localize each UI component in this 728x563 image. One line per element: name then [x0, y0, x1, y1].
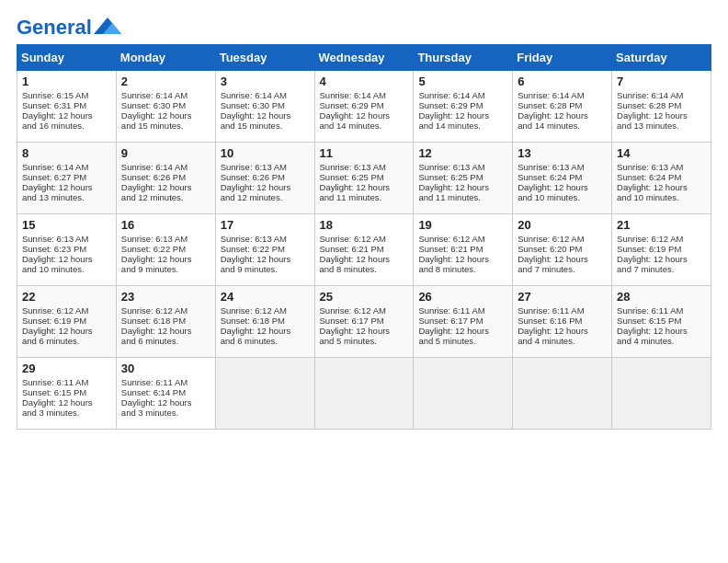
day-info-line: Sunrise: 6:11 AM: [121, 377, 210, 387]
day-info-line: Sunrise: 6:14 AM: [518, 90, 607, 100]
day-info-line: and 10 minutes.: [617, 192, 706, 202]
day-info-line: Daylight: 12 hours: [617, 326, 706, 336]
calendar-cell: 18Sunrise: 6:12 AMSunset: 6:21 PMDayligh…: [314, 214, 414, 286]
day-info-line: Sunrise: 6:12 AM: [22, 305, 111, 316]
day-info-line: Sunset: 6:19 PM: [22, 316, 111, 326]
day-info-line: Sunset: 6:26 PM: [221, 172, 310, 182]
weekday-header-row: SundayMondayTuesdayWednesdayThursdayFrid…: [17, 45, 711, 71]
day-info-line: Sunset: 6:15 PM: [22, 387, 111, 397]
day-info-line: Sunset: 6:25 PM: [320, 172, 409, 182]
day-info-line: and 14 minutes.: [320, 121, 409, 131]
day-info-line: and 7 minutes.: [518, 264, 607, 274]
day-info-line: and 8 minutes.: [418, 264, 507, 274]
calendar-cell: 26Sunrise: 6:11 AMSunset: 6:17 PMDayligh…: [414, 286, 513, 358]
day-info-line: Sunrise: 6:11 AM: [418, 305, 507, 316]
day-number: 27: [518, 290, 607, 304]
day-info-line: Sunset: 6:22 PM: [221, 244, 310, 254]
day-info-line: Sunrise: 6:13 AM: [121, 234, 210, 244]
day-info-line: Daylight: 12 hours: [22, 326, 111, 336]
day-number: 19: [418, 218, 507, 232]
day-info-line: Sunset: 6:16 PM: [518, 316, 607, 326]
calendar-cell: 13Sunrise: 6:13 AMSunset: 6:24 PMDayligh…: [513, 143, 612, 214]
day-number: 5: [418, 75, 507, 88]
day-info-line: Sunrise: 6:14 AM: [418, 90, 507, 100]
day-number: 3: [221, 75, 310, 88]
day-info-line: Sunrise: 6:14 AM: [320, 90, 409, 100]
day-info-line: Sunrise: 6:13 AM: [617, 162, 706, 172]
day-number: 8: [22, 146, 111, 160]
calendar-cell: 10Sunrise: 6:13 AMSunset: 6:26 PMDayligh…: [215, 143, 314, 214]
weekday-header-tuesday: Tuesday: [215, 45, 314, 71]
day-number: 24: [221, 290, 310, 304]
day-info-line: and 13 minutes.: [617, 121, 706, 131]
day-info-line: Sunrise: 6:13 AM: [518, 162, 607, 172]
day-info-line: Sunset: 6:18 PM: [121, 316, 210, 326]
day-info-line: Sunrise: 6:13 AM: [221, 234, 310, 244]
weekday-header-saturday: Saturday: [612, 45, 711, 71]
calendar-cell: [314, 358, 414, 430]
day-info-line: Daylight: 12 hours: [22, 254, 111, 264]
day-number: 11: [320, 146, 409, 160]
day-info-line: Sunrise: 6:14 AM: [617, 90, 706, 100]
day-info-line: Sunrise: 6:11 AM: [518, 305, 607, 316]
calendar-cell: 17Sunrise: 6:13 AMSunset: 6:22 PMDayligh…: [215, 214, 314, 286]
day-number: 6: [518, 75, 607, 88]
day-number: 16: [121, 218, 210, 232]
day-info-line: Sunrise: 6:14 AM: [22, 162, 111, 172]
day-info-line: Daylight: 12 hours: [121, 397, 210, 408]
day-info-line: Daylight: 12 hours: [22, 110, 111, 121]
day-info-line: and 9 minutes.: [221, 264, 310, 274]
day-number: 1: [22, 75, 111, 88]
day-info-line: Sunset: 6:21 PM: [320, 244, 409, 254]
day-info-line: and 14 minutes.: [418, 121, 507, 131]
calendar-cell: 24Sunrise: 6:12 AMSunset: 6:18 PMDayligh…: [215, 286, 314, 358]
calendar-cell: 12Sunrise: 6:13 AMSunset: 6:25 PMDayligh…: [414, 143, 513, 214]
day-number: 28: [617, 290, 706, 304]
day-info-line: Daylight: 12 hours: [418, 110, 507, 121]
calendar-cell: 14Sunrise: 6:13 AMSunset: 6:24 PMDayligh…: [612, 143, 711, 214]
calendar-cell: [513, 358, 612, 430]
calendar-cell: 4Sunrise: 6:14 AMSunset: 6:29 PMDaylight…: [314, 71, 414, 143]
day-info-line: Sunset: 6:30 PM: [121, 100, 210, 110]
day-info-line: Sunrise: 6:12 AM: [418, 234, 507, 244]
day-number: 4: [320, 75, 409, 88]
day-info-line: and 13 minutes.: [22, 192, 111, 202]
weekday-header-friday: Friday: [513, 45, 612, 71]
logo: General: [17, 17, 121, 35]
day-info-line: and 10 minutes.: [22, 264, 111, 274]
weekday-header-monday: Monday: [116, 45, 215, 71]
day-info-line: Sunrise: 6:13 AM: [22, 234, 111, 244]
day-info-line: and 15 minutes.: [221, 121, 310, 131]
calendar-cell: 25Sunrise: 6:12 AMSunset: 6:17 PMDayligh…: [314, 286, 414, 358]
day-number: 23: [121, 290, 210, 304]
page: General SundayMondayTuesdayWednesdayThur…: [0, 0, 728, 563]
day-info-line: and 5 minutes.: [320, 336, 409, 346]
calendar-cell: 1Sunrise: 6:15 AMSunset: 6:31 PMDaylight…: [17, 71, 117, 143]
calendar-cell: 30Sunrise: 6:11 AMSunset: 6:14 PMDayligh…: [116, 358, 215, 430]
day-info-line: Sunrise: 6:12 AM: [617, 234, 706, 244]
day-info-line: Sunrise: 6:13 AM: [221, 162, 310, 172]
logo-text: General: [17, 17, 92, 39]
day-info-line: Daylight: 12 hours: [518, 182, 607, 192]
day-info-line: Daylight: 12 hours: [617, 182, 706, 192]
day-info-line: and 10 minutes.: [518, 192, 607, 202]
week-row-3: 15Sunrise: 6:13 AMSunset: 6:23 PMDayligh…: [17, 214, 711, 286]
day-info-line: and 3 minutes.: [121, 408, 210, 418]
day-number: 21: [617, 218, 706, 232]
day-info-line: Sunrise: 6:14 AM: [121, 162, 210, 172]
day-info-line: and 6 minutes.: [221, 336, 310, 346]
day-info-line: Daylight: 12 hours: [320, 254, 409, 264]
day-info-line: Daylight: 12 hours: [22, 182, 111, 192]
calendar-cell: 2Sunrise: 6:14 AMSunset: 6:30 PMDaylight…: [116, 71, 215, 143]
day-number: 17: [221, 218, 310, 232]
day-info-line: Sunset: 6:17 PM: [418, 316, 507, 326]
day-info-line: Daylight: 12 hours: [121, 182, 210, 192]
week-row-4: 22Sunrise: 6:12 AMSunset: 6:19 PMDayligh…: [17, 286, 711, 358]
logo-icon: [94, 17, 121, 34]
day-info-line: Sunset: 6:24 PM: [617, 172, 706, 182]
day-info-line: Sunset: 6:23 PM: [22, 244, 111, 254]
day-info-line: Sunset: 6:25 PM: [418, 172, 507, 182]
day-info-line: Daylight: 12 hours: [320, 110, 409, 121]
day-info-line: Sunset: 6:28 PM: [617, 100, 706, 110]
day-info-line: Sunrise: 6:12 AM: [221, 305, 310, 316]
